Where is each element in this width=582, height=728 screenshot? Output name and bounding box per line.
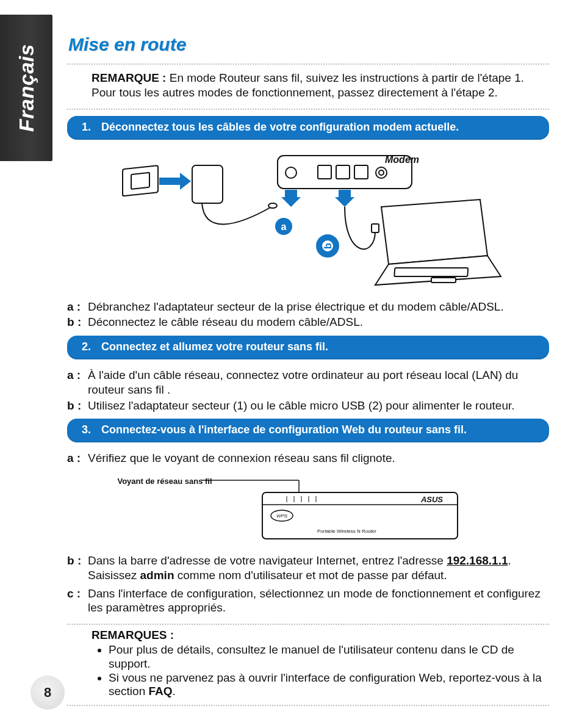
svg-rect-1 [131,172,149,189]
faq-label: FAQ [148,685,172,697]
diagram-disconnect-modem: Modem a b [113,148,503,289]
svg-point-4 [268,203,277,208]
divider [67,705,549,706]
manual-page: Français Mise en route REMARQUE : En mod… [0,0,582,728]
text-c: Dans l'interface de configuration, sélec… [88,586,549,616]
svg-rect-3 [192,165,223,203]
step2-item-b: b : Utilisez l'adaptateur secteur (1) ou… [67,398,549,413]
remarks-block: REMARQUES : Pour plus de détails, consul… [67,629,549,699]
step-3-number: 3. [82,423,91,436]
top-note-label: REMARQUE : [92,71,166,84]
svg-marker-2 [159,173,191,190]
step3-b-post: comme nom d'utilisateur et mot de passe … [174,569,447,582]
svg-rect-18 [431,278,456,283]
top-note: REMARQUE : En mode Routeur sans fil, sui… [67,68,549,105]
label-b: b : [67,398,88,413]
svg-marker-12 [281,190,301,207]
step3-item-a: a : Vérifiez que le voyant de connexion … [67,451,549,466]
page-content: Mise en route REMARQUE : En mode Routeur… [67,34,549,710]
router-svg: Voyant de réseau sans fil ASUS WPS [104,472,494,545]
text-b: Utilisez l'adaptateur secteur (1) ou le … [88,398,549,413]
language-tab: Français [0,15,52,161]
label-a: a : [67,368,88,397]
step1-item-b: b : Déconnectez le câble réseau du modem… [67,315,549,330]
router-subtitle: Portable Wireless N Router [317,528,376,534]
step-3-header: 3. Connectez-vous à l'interface de confi… [67,419,549,442]
label-b: b : [67,553,88,583]
step3-item-c: c : Dans l'interface de configuration, s… [67,586,549,616]
router-brand: ASUS [420,495,443,504]
step-1-title: Déconnectez tous les câbles de votre con… [101,121,459,133]
remarks-item-1: Pour plus de détails, consultez le manue… [109,643,549,671]
page-number-badge: 8 [31,676,65,710]
router-wps: WPS [276,513,288,519]
divider [67,63,549,65]
router-caption-line1: Voyant de réseau sans fil [117,477,212,486]
diagram-svg: Modem a b [113,148,503,289]
diagram-marker-b: b [323,242,333,248]
page-title: Mise en route [68,34,549,55]
remarks-item-2-text: Si vous ne parvenez pas à ouvrir l'inter… [109,671,542,698]
step-2-number: 2. [82,341,91,353]
svg-rect-17 [394,268,468,276]
remarks-heading: REMARQUES : [92,629,549,642]
divider [67,109,549,110]
router-figure: Voyant de réseau sans fil ASUS WPS [104,472,549,545]
step3-item-b: b : Dans la barre d'adresse de votre nav… [67,553,549,583]
label-c: c : [67,586,88,616]
label-a: a : [67,451,88,466]
text-b: Déconnectez le câble réseau du modem câb… [88,315,549,330]
step3-b-pre: Dans la barre d'adresse de votre navigat… [88,554,447,567]
step-2-header: 2. Connectez et allumez votre routeur sa… [67,336,549,359]
page-number: 8 [44,685,51,701]
svg-point-6 [286,167,296,178]
svg-point-11 [379,170,384,175]
svg-marker-13 [335,190,354,207]
step2-item-a: a : À l'aide d'un câble réseau, connecte… [67,368,549,397]
svg-rect-8 [336,165,350,179]
text-a: Vérifiez que le voyant de connexion rése… [88,451,549,466]
admin-word: admin [140,569,174,582]
language-tab-label: Français [15,44,38,132]
label-b: b : [67,315,88,330]
step-1-header: 1. Déconnectez tous les câbles de votre … [67,116,549,140]
diagram-marker-a: a [281,222,287,232]
text-a: À l'aide d'un câble réseau, connectez vo… [88,368,549,397]
step-1-number: 1. [82,121,91,133]
svg-rect-7 [318,165,331,179]
remarks-item-2: Si vous ne parvenez pas à ouvrir l'inter… [109,671,549,699]
svg-rect-0 [123,165,158,196]
remarks-list: Pour plus de détails, consultez le manue… [92,643,549,699]
step-2-title: Connectez et allumez votre routeur sans … [101,341,328,353]
modem-label: Modem [385,154,419,165]
ip-address: 192.168.1.1 [447,554,508,567]
step1-item-a: a : Débranchez l'adaptateur secteur de l… [67,300,549,314]
svg-rect-16 [372,224,379,232]
svg-rect-9 [354,165,368,179]
label-a: a : [67,300,88,314]
divider [67,624,549,625]
step-3-title: Connectez-vous à l'interface de configur… [101,423,467,436]
text-a: Débranchez l'adaptateur secteur de la pr… [88,300,549,314]
text-b: Dans la barre d'adresse de votre navigat… [88,553,549,583]
